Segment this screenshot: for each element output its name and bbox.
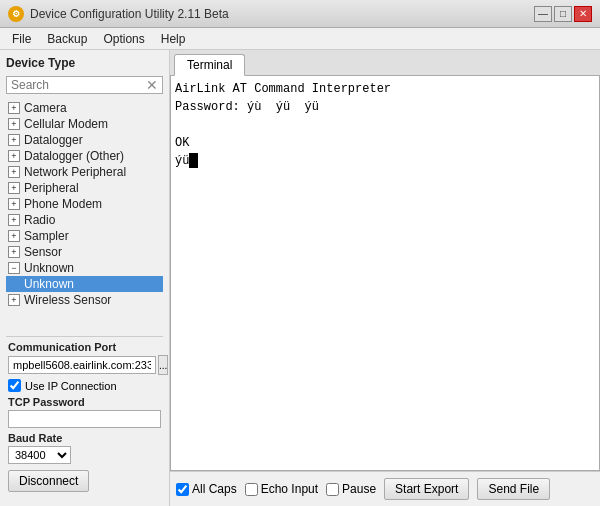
terminal-line-3: OK	[175, 134, 595, 152]
comm-port-browse-button[interactable]: ...	[158, 355, 168, 375]
comm-port-label: Communication Port	[8, 341, 161, 353]
device-item-unknown-selected[interactable]: Unknown	[6, 276, 163, 292]
all-caps-checkbox[interactable]	[176, 483, 189, 496]
expand-icon-datalogger: +	[8, 134, 20, 146]
echo-input-row: Echo Input	[245, 482, 318, 496]
terminal-line-4: ýü	[175, 152, 595, 170]
use-ip-checkbox[interactable]	[8, 379, 21, 392]
tcp-password-input[interactable]	[8, 410, 161, 428]
pause-label: Pause	[342, 482, 376, 496]
device-label-datalogger: Datalogger	[24, 133, 83, 147]
device-label-datalogger-other: Datalogger (Other)	[24, 149, 124, 163]
bottom-controls: Communication Port ... Use IP Connection…	[6, 336, 163, 496]
baud-rate-select[interactable]: 38400 9600 19200 57600 115200	[8, 446, 71, 464]
device-item-sensor[interactable]: + Sensor	[6, 244, 163, 260]
port-row: ...	[8, 355, 161, 375]
echo-input-label: Echo Input	[261, 482, 318, 496]
expand-icon-datalogger-other: +	[8, 150, 20, 162]
device-item-sampler[interactable]: + Sampler	[6, 228, 163, 244]
menu-bar: File Backup Options Help	[0, 28, 600, 50]
right-panel: Terminal AirLink AT Command Interpreter …	[170, 50, 600, 506]
minimize-button[interactable]: —	[534, 6, 552, 22]
terminal-line-1: Password: ýù ýü ýü	[175, 98, 595, 116]
expand-icon-camera: +	[8, 102, 20, 114]
terminal-line-2	[175, 116, 595, 134]
title-bar-title: Device Configuration Utility 2.11 Beta	[30, 7, 229, 21]
terminal-toolbar: All Caps Echo Input Pause Start Export S…	[170, 471, 600, 506]
device-item-radio[interactable]: + Radio	[6, 212, 163, 228]
sidebar: Device Type ✕ + Camera + Cellular Modem …	[0, 50, 170, 506]
use-ip-label: Use IP Connection	[25, 380, 117, 392]
start-export-button[interactable]: Start Export	[384, 478, 469, 500]
device-item-wireless-sensor[interactable]: + Wireless Sensor	[6, 292, 163, 308]
search-clear-icon[interactable]: ✕	[146, 78, 158, 92]
all-caps-label: All Caps	[192, 482, 237, 496]
device-label-peripheral: Peripheral	[24, 181, 79, 195]
all-caps-row: All Caps	[176, 482, 237, 496]
device-item-cellular-modem[interactable]: + Cellular Modem	[6, 116, 163, 132]
expand-icon-wireless-sensor: +	[8, 294, 20, 306]
terminal-area[interactable]: AirLink AT Command Interpreter Password:…	[170, 76, 600, 471]
device-label-wireless-sensor: Wireless Sensor	[24, 293, 111, 307]
baud-rate-label: Baud Rate	[8, 432, 161, 444]
tab-terminal[interactable]: Terminal	[174, 54, 245, 76]
send-file-button[interactable]: Send File	[477, 478, 550, 500]
menu-options[interactable]: Options	[95, 30, 152, 48]
menu-help[interactable]: Help	[153, 30, 194, 48]
expand-icon-peripheral: +	[8, 182, 20, 194]
terminal-cursor	[189, 153, 198, 168]
device-label-sensor: Sensor	[24, 245, 62, 259]
main-content: Device Type ✕ + Camera + Cellular Modem …	[0, 50, 600, 506]
device-label-cellular-modem: Cellular Modem	[24, 117, 108, 131]
echo-input-checkbox[interactable]	[245, 483, 258, 496]
terminal-line-0: AirLink AT Command Interpreter	[175, 80, 595, 98]
title-bar-controls: — □ ✕	[534, 6, 592, 22]
search-box[interactable]: ✕	[6, 76, 163, 94]
device-item-network-peripheral[interactable]: + Network Peripheral	[6, 164, 163, 180]
app-icon: ⚙	[8, 6, 24, 22]
device-item-datalogger[interactable]: + Datalogger	[6, 132, 163, 148]
expand-icon-unknown: −	[8, 262, 20, 274]
title-bar-left: ⚙ Device Configuration Utility 2.11 Beta	[8, 6, 229, 22]
expand-icon-phone-modem: +	[8, 198, 20, 210]
maximize-button[interactable]: □	[554, 6, 572, 22]
use-ip-row: Use IP Connection	[8, 379, 161, 392]
device-item-unknown-group[interactable]: − Unknown	[6, 260, 163, 276]
device-list: + Camera + Cellular Modem + Datalogger +…	[6, 100, 163, 330]
baud-rate-row: 38400 9600 19200 57600 115200	[8, 446, 161, 464]
expand-icon-cellular-modem: +	[8, 118, 20, 130]
device-item-datalogger-other[interactable]: + Datalogger (Other)	[6, 148, 163, 164]
menu-backup[interactable]: Backup	[39, 30, 95, 48]
tab-bar: Terminal	[170, 50, 600, 76]
device-item-camera[interactable]: + Camera	[6, 100, 163, 116]
expand-icon-radio: +	[8, 214, 20, 226]
comm-port-input[interactable]	[8, 356, 156, 374]
expand-icon-sensor: +	[8, 246, 20, 258]
device-label-camera: Camera	[24, 101, 67, 115]
pause-row: Pause	[326, 482, 376, 496]
device-label-network-peripheral: Network Peripheral	[24, 165, 126, 179]
expand-icon-network-peripheral: +	[8, 166, 20, 178]
device-type-label: Device Type	[6, 56, 163, 70]
device-item-phone-modem[interactable]: + Phone Modem	[6, 196, 163, 212]
title-bar: ⚙ Device Configuration Utility 2.11 Beta…	[0, 0, 600, 28]
device-label-unknown-selected: Unknown	[24, 277, 74, 291]
device-label-phone-modem: Phone Modem	[24, 197, 102, 211]
menu-file[interactable]: File	[4, 30, 39, 48]
device-item-peripheral[interactable]: + Peripheral	[6, 180, 163, 196]
device-label-unknown-group: Unknown	[24, 261, 74, 275]
search-input[interactable]	[11, 78, 146, 92]
close-button[interactable]: ✕	[574, 6, 592, 22]
pause-checkbox[interactable]	[326, 483, 339, 496]
tcp-password-label: TCP Password	[8, 396, 161, 408]
expand-icon-sampler: +	[8, 230, 20, 242]
disconnect-button[interactable]: Disconnect	[8, 470, 89, 492]
device-label-radio: Radio	[24, 213, 55, 227]
device-label-sampler: Sampler	[24, 229, 69, 243]
